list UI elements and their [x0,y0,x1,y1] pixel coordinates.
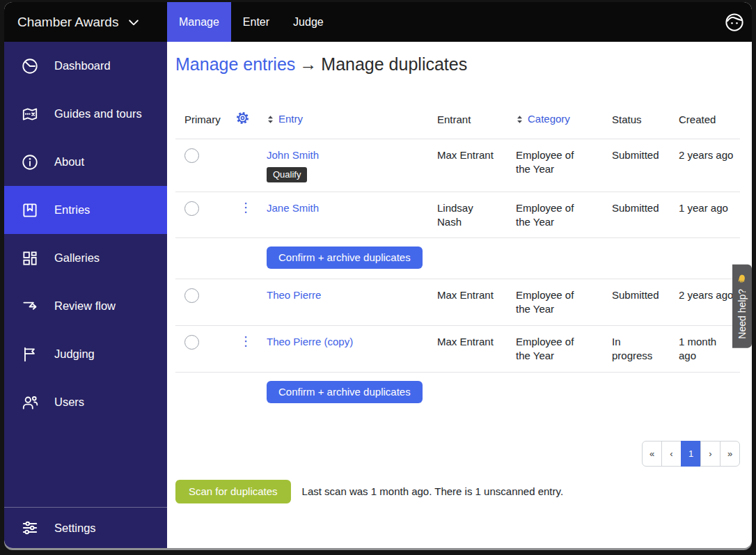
sort-icon [516,115,523,124]
column-header-created: Created [679,113,740,127]
users-icon [21,393,39,412]
category-cell: Employee of the Year [516,201,591,229]
primary-radio[interactable] [184,288,199,303]
entry-link[interactable]: Theo Pierre (copy) [267,336,353,347]
pagination-first-button[interactable]: « [642,441,662,467]
topbar-spacer [336,2,717,42]
kebab-menu-icon[interactable]: ⋮ [235,334,256,349]
group-action-row: Confirm + archive duplicates [175,238,740,279]
info-icon [21,153,39,171]
entry-link[interactable]: Theo Pierre [267,289,321,301]
confirm-archive-button[interactable]: Confirm + archive duplicates [267,247,423,269]
column-header-entrant: Entrant [437,113,516,127]
chevron-down-icon [127,15,141,29]
tab-manage[interactable]: Manage [167,2,231,42]
dashboard-icon [21,57,39,75]
category-cell: Employee of the Year [516,335,591,363]
entry-link[interactable]: John Smith [267,149,319,161]
status-cell: Submitted [612,288,679,302]
sidebar-item-settings[interactable]: Settings [4,507,167,548]
sidebar-item-galleries[interactable]: Galleries [4,234,167,282]
table-row: ⋮ Jane Smith Lindsay Nash Employee of th… [175,192,740,239]
sidebar-item-dashboard[interactable]: Dashboard [4,42,167,90]
status-cell: In progress [612,335,655,363]
primary-radio[interactable] [184,335,199,350]
confirm-archive-button[interactable]: Confirm + archive duplicates [267,381,423,403]
sidebar-spacer [4,426,167,507]
flow-arrow-icon [21,297,39,315]
main-content: Manage entries→Manage duplicates Primary [167,42,752,548]
pagination: « ‹ 1 › » [175,441,740,467]
primary-radio[interactable] [184,148,199,163]
status-cell: Submitted [612,201,679,215]
account-menu-button[interactable] [717,2,752,42]
app-window: Chamber Awards Manage Enter Judge [4,2,752,548]
primary-radio[interactable] [184,201,199,216]
grid-icon [21,249,39,267]
status-cell: Submitted [612,148,679,162]
app-switcher[interactable]: Chamber Awards [4,2,167,42]
breadcrumb-arrow: → [295,54,321,74]
column-header-entry-sort[interactable]: Entry [267,112,303,126]
pagination-next-button[interactable]: › [700,441,720,467]
sidebar: Dashboard Guides and tours About [4,42,167,548]
need-help-label: Need help? [737,289,748,339]
table-row: Theo Pierre Max Entrant Employee of the … [175,279,740,326]
kebab-menu-icon[interactable]: ⋮ [235,200,256,215]
created-cell: 2 years ago [679,288,740,302]
sidebar-item-users[interactable]: Users [4,378,167,426]
table-row: John Smith Qualify Max Entrant Employee … [175,139,740,192]
user-face-icon [724,12,745,33]
column-header-primary: Primary [184,113,235,127]
entrant-cell: Lindsay Nash [437,201,480,229]
created-cell: 1 year ago [679,201,740,215]
column-header-category-sort[interactable]: Category [516,112,570,126]
pagination-last-button[interactable]: » [720,441,740,467]
sort-icon [267,115,274,124]
pagination-prev-button[interactable]: ‹ [661,441,682,467]
table-header-row: Primary Entry Entran [175,107,740,139]
duplicates-table: Primary Entry Entran [175,107,740,413]
entrant-cell: Max Entrant [437,335,516,349]
category-cell: Employee of the Year [516,288,591,316]
sidebar-item-entries[interactable]: Entries [4,186,167,234]
entrant-cell: Max Entrant [437,148,516,162]
sidebar-item-judging[interactable]: Judging [4,330,167,378]
entrant-cell: Max Entrant [437,288,516,302]
scan-section: Scan for duplicates Last scan was 1 mont… [175,480,740,503]
need-help-tab[interactable]: Need help? [732,265,752,348]
top-bar: Chamber Awards Manage Enter Judge [4,2,752,42]
sidebar-item-about[interactable]: About [4,138,167,186]
flag-icon [21,345,39,364]
category-cell: Employee of the Year [516,148,591,176]
tab-enter[interactable]: Enter [231,2,281,42]
map-icon [21,105,39,123]
page-title: Manage entries→Manage duplicates [175,54,740,75]
qualify-badge: Qualify [267,167,307,182]
bookmark-icon [21,201,39,219]
scan-for-duplicates-button[interactable]: Scan for duplicates [175,480,291,503]
last-scan-status-text: Last scan was 1 month ago. There is 1 un… [302,485,564,497]
wave-hand-icon [737,274,748,284]
created-cell: 2 years ago [679,148,740,162]
breadcrumb-manage-entries-link[interactable]: Manage entries [175,54,295,74]
gear-icon[interactable] [235,111,250,125]
group-action-row: Confirm + archive duplicates [175,373,740,413]
pagination-page-1-button[interactable]: 1 [681,441,701,467]
sidebar-item-guides[interactable]: Guides and tours [4,90,167,138]
app-title: Chamber Awards [17,15,118,30]
breadcrumb-current: Manage duplicates [321,54,467,74]
table-row: ⋮ Theo Pierre (copy) Max Entrant Employe… [175,326,740,373]
sidebar-item-review-flow[interactable]: Review flow [4,282,167,330]
column-header-status: Status [612,113,679,127]
tab-judge[interactable]: Judge [281,2,336,42]
created-cell: 1 month ago [679,335,722,363]
entry-link[interactable]: Jane Smith [267,202,319,214]
sliders-icon [21,519,39,537]
